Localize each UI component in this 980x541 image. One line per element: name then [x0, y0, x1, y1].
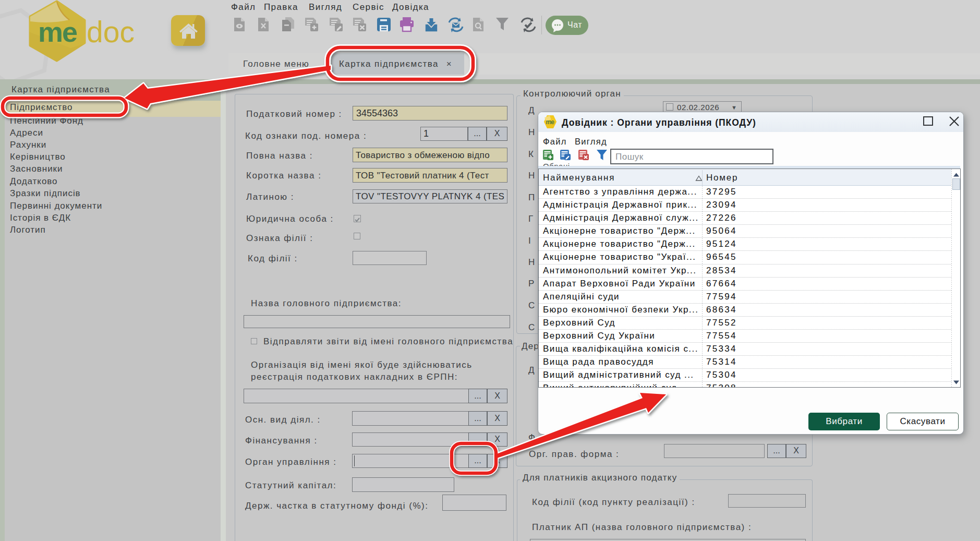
svg-text:me: me [546, 118, 555, 126]
svg-text:me: me [38, 16, 77, 47]
svg-text:doc: doc [87, 15, 135, 49]
